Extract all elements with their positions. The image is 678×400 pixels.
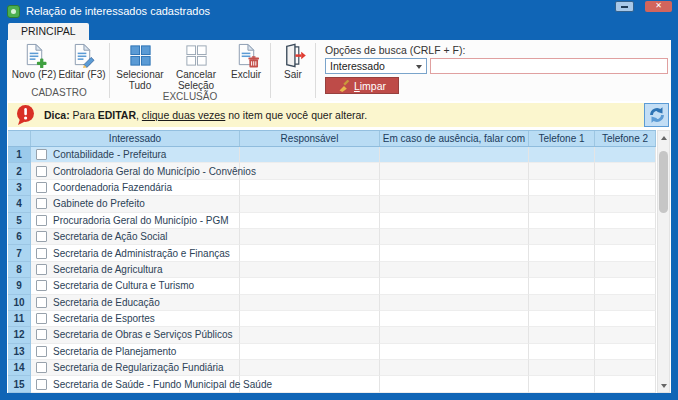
row-interessado-label: Coordenadoria Fazendária: [53, 182, 172, 193]
cell-ausencia: [380, 245, 529, 261]
table-row[interactable]: 6 Secretaria de Ação Social: [8, 229, 656, 245]
close-button[interactable]: ✕: [645, 1, 672, 12]
row-checkbox[interactable]: [36, 166, 47, 177]
header-ausencia[interactable]: Em caso de ausência, falar com: [380, 131, 529, 146]
cell-telefone2: [595, 278, 656, 294]
row-number: 15: [8, 376, 31, 392]
row-checkbox[interactable]: [36, 182, 47, 193]
limpar-button[interactable]: Limpar: [325, 77, 399, 94]
exit-door-icon: [281, 43, 306, 68]
novo-label: Novo (F2): [12, 69, 56, 80]
cell-ausencia: [380, 295, 529, 311]
cell-interessado: Coordenadoria Fazendária: [31, 180, 240, 196]
cell-responsavel: [240, 360, 380, 376]
row-checkbox[interactable]: [36, 264, 47, 275]
scroll-up-button[interactable]: [658, 131, 669, 144]
excluir-button[interactable]: Excluir: [224, 40, 268, 91]
table-row[interactable]: 2 Controladoria Geral do Município - Con…: [8, 163, 656, 179]
sair-button[interactable]: Sair: [273, 40, 313, 98]
table-header: Interessado Responsável Em caso de ausên…: [8, 130, 656, 147]
limpar-label: Limpar: [354, 80, 386, 92]
window-content: Novo (F2) Editar (F3) CADASTRO: [7, 40, 671, 393]
cell-telefone2: [595, 245, 656, 261]
search-field-dropdown[interactable]: Interessado: [325, 58, 427, 74]
scroll-down-button[interactable]: [658, 379, 669, 392]
group-label-empty: [273, 98, 313, 101]
row-interessado-label: Secretaria de Regularização Fundiária: [53, 362, 224, 373]
table-row[interactable]: 3 Coordenadoria Fazendária: [8, 180, 656, 196]
row-number: 12: [8, 327, 31, 343]
cell-ausencia: [380, 344, 529, 360]
editar-button[interactable]: Editar (F3): [57, 40, 107, 87]
scrollbar-thumb[interactable]: [659, 151, 668, 213]
row-interessado-label: Secretaria de Esportes: [53, 313, 155, 324]
cell-responsavel: [240, 196, 380, 212]
cell-responsavel: [240, 376, 380, 392]
vertical-scrollbar[interactable]: [657, 130, 670, 393]
table-row[interactable]: 10 Secretaria de Educação: [8, 295, 656, 311]
cell-ausencia: [380, 311, 529, 327]
row-number: 5: [8, 213, 31, 229]
cell-telefone1: [529, 163, 595, 179]
row-checkbox[interactable]: [36, 231, 47, 242]
cell-responsavel: [240, 311, 380, 327]
row-checkbox[interactable]: [36, 362, 47, 373]
document-add-icon: [22, 43, 47, 68]
row-number: 1: [8, 147, 31, 163]
row-checkbox[interactable]: [36, 379, 47, 390]
header-interessado[interactable]: Interessado: [31, 131, 240, 146]
cancelar-selecao-button[interactable]: Cancelar Seleção: [168, 40, 224, 91]
cell-interessado: Secretaria de Obras e Serviços Públicos: [31, 327, 240, 343]
row-checkbox[interactable]: [36, 149, 47, 160]
cell-ausencia: [380, 229, 529, 245]
tab-principal[interactable]: PRINCIPAL: [8, 23, 89, 40]
header-telefone2[interactable]: Telefone 2: [595, 131, 656, 146]
header-telefone1[interactable]: Telefone 1: [529, 131, 595, 146]
row-checkbox[interactable]: [36, 329, 47, 340]
selecionar-tudo-label: Selecionar Tudo: [116, 69, 163, 91]
table-row[interactable]: 8 Secretaria de Agricultura: [8, 262, 656, 278]
cell-telefone2: [595, 196, 656, 212]
tip-message-area: Dica: Para EDITAR, clique duas vezes no …: [8, 103, 644, 127]
cell-ausencia: [380, 262, 529, 278]
row-number: 14: [8, 360, 31, 376]
table-row[interactable]: 13 Secretaria de Planejamento: [8, 344, 656, 360]
novo-button[interactable]: Novo (F2): [11, 40, 57, 87]
header-row-number: [8, 131, 31, 146]
cell-responsavel: [240, 147, 380, 163]
row-number: 8: [8, 262, 31, 278]
row-checkbox[interactable]: [36, 346, 47, 357]
cell-telefone2: [595, 327, 656, 343]
row-checkbox[interactable]: [36, 215, 47, 226]
table-row[interactable]: 9 Secretaria de Cultura e Turismo: [8, 278, 656, 294]
row-checkbox[interactable]: [36, 248, 47, 259]
minimize-button[interactable]: [615, 1, 634, 12]
table-row[interactable]: 15 Secretaria de Saúde - Fundo Municipal…: [8, 376, 656, 392]
refresh-button[interactable]: [644, 103, 669, 127]
cell-telefone1: [529, 196, 595, 212]
row-checkbox[interactable]: [36, 297, 47, 308]
row-checkbox[interactable]: [36, 280, 47, 291]
tip-bar: Dica: Para EDITAR, clique duas vezes no …: [8, 103, 669, 127]
cell-ausencia: [380, 196, 529, 212]
table-row[interactable]: 11 Secretaria de Esportes: [8, 311, 656, 327]
cell-interessado: Secretaria de Ação Social: [31, 229, 240, 245]
selecionar-tudo-button[interactable]: Selecionar Tudo: [112, 40, 168, 91]
cell-responsavel: [240, 213, 380, 229]
title-bar: Relação de interessados cadastrados: [0, 0, 678, 22]
table-row[interactable]: 14 Secretaria de Regularização Fundiária: [8, 360, 656, 376]
table-row[interactable]: 1 Contabilidade - Prefeitura: [8, 147, 656, 163]
cell-ausencia: [380, 180, 529, 196]
row-checkbox[interactable]: [36, 198, 47, 209]
document-delete-icon: [234, 43, 259, 68]
cell-responsavel: [240, 278, 380, 294]
table-row[interactable]: 7 Secretaria de Administração e Finanças: [8, 245, 656, 261]
row-interessado-label: Gabinete do Prefeito: [53, 198, 145, 209]
table-row[interactable]: 4 Gabinete do Prefeito: [8, 196, 656, 212]
search-field-dropdown-value: Interessado: [330, 60, 385, 72]
search-input[interactable]: [430, 58, 668, 74]
header-responsavel[interactable]: Responsável: [240, 131, 380, 146]
row-checkbox[interactable]: [36, 313, 47, 324]
table-row[interactable]: 5 Procuradoria Geral do Município - PGM: [8, 213, 656, 229]
table-row[interactable]: 12 Secretaria de Obras e Serviços Públic…: [8, 327, 656, 343]
